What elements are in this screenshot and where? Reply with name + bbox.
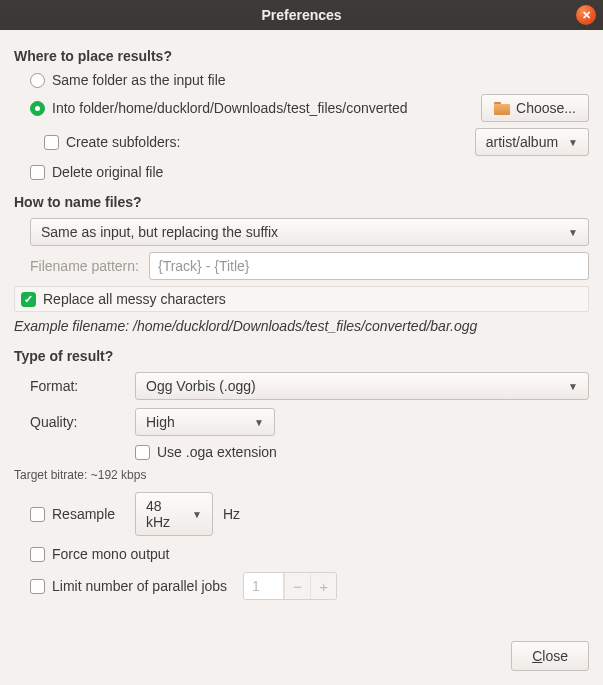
filename-pattern-label: Filename pattern: bbox=[30, 258, 139, 274]
chevron-down-icon: ▼ bbox=[568, 381, 578, 392]
quality-select[interactable]: High ▼ bbox=[135, 408, 275, 436]
subfolder-pattern-select[interactable]: artist/album ▼ bbox=[475, 128, 589, 156]
stepper-minus-button[interactable]: − bbox=[284, 573, 310, 599]
close-window-button[interactable]: ✕ bbox=[576, 5, 596, 25]
close-button-label: Close bbox=[532, 648, 568, 664]
close-button[interactable]: Close bbox=[511, 641, 589, 671]
example-filename-label: Example filename: bbox=[14, 318, 133, 334]
create-subfolders-label: Create subfolders: bbox=[66, 134, 180, 150]
chevron-down-icon: ▼ bbox=[568, 227, 578, 238]
jobs-stepper[interactable]: 1 − + bbox=[243, 572, 337, 600]
folder-icon bbox=[494, 102, 510, 115]
limit-jobs-check[interactable]: Limit number of parallel jobs bbox=[30, 578, 227, 594]
quality-value: High bbox=[146, 414, 175, 430]
format-value: Ogg Vorbis (.ogg) bbox=[146, 378, 256, 394]
window-title: Preferences bbox=[261, 7, 341, 23]
force-mono-label: Force mono output bbox=[52, 546, 170, 562]
checkbox-icon bbox=[135, 445, 150, 460]
dialog-footer: Close bbox=[511, 641, 589, 671]
chevron-down-icon: ▼ bbox=[568, 137, 578, 148]
titlebar: Preferences ✕ bbox=[0, 0, 603, 30]
resample-rate-select[interactable]: 48 kHz ▼ bbox=[135, 492, 213, 536]
checkbox-icon bbox=[30, 507, 45, 522]
create-subfolders-check[interactable]: Create subfolders: bbox=[44, 134, 180, 150]
radio-same-folder-row[interactable]: Same folder as the input file bbox=[30, 72, 589, 88]
filename-pattern-placeholder: {Track} - {Title} bbox=[158, 258, 250, 274]
choose-folder-button[interactable]: Choose... bbox=[481, 94, 589, 122]
use-oga-check[interactable]: Use .oga extension bbox=[135, 444, 277, 460]
filename-pattern-input[interactable]: {Track} - {Title} bbox=[149, 252, 589, 280]
subfolder-pattern-value: artist/album bbox=[486, 134, 558, 150]
choose-folder-label: Choose... bbox=[516, 100, 576, 116]
checkbox-icon bbox=[30, 547, 45, 562]
radio-icon bbox=[30, 101, 45, 116]
radio-icon bbox=[30, 73, 45, 88]
resample-check[interactable]: Resample bbox=[30, 506, 125, 522]
close-icon: ✕ bbox=[582, 9, 591, 22]
limit-jobs-label: Limit number of parallel jobs bbox=[52, 578, 227, 594]
delete-original-label: Delete original file bbox=[52, 164, 163, 180]
into-folder-prefix: Into folder bbox=[52, 100, 114, 116]
radio-into-folder[interactable]: Into folder /home/ducklord/Downloads/tes… bbox=[30, 100, 408, 116]
example-filename: Example filename: /home/ducklord/Downloa… bbox=[14, 318, 589, 334]
example-filename-path: /home/ducklord/Downloads/test_files/conv… bbox=[133, 318, 477, 334]
jobs-value: 1 bbox=[244, 573, 284, 599]
place-heading: Where to place results? bbox=[14, 48, 589, 64]
dialog-content: Where to place results? Same folder as t… bbox=[0, 30, 603, 618]
target-bitrate: Target bitrate: ~192 kbps bbox=[14, 468, 589, 482]
force-mono-check[interactable]: Force mono output bbox=[30, 546, 589, 562]
quality-label: Quality: bbox=[30, 414, 125, 430]
checkbox-icon bbox=[30, 579, 45, 594]
delete-original-check[interactable]: Delete original file bbox=[30, 164, 589, 180]
hz-label: Hz bbox=[223, 506, 240, 522]
naming-mode-select[interactable]: Same as input, but replacing the suffix … bbox=[30, 218, 589, 246]
into-folder-path: /home/ducklord/Downloads/test_files/conv… bbox=[114, 100, 407, 116]
replace-messy-label: Replace all messy characters bbox=[43, 291, 226, 307]
resample-rate-value: 48 kHz bbox=[146, 498, 182, 530]
stepper-plus-button[interactable]: + bbox=[310, 573, 336, 599]
format-label: Format: bbox=[30, 378, 125, 394]
chevron-down-icon: ▼ bbox=[254, 417, 264, 428]
radio-same-folder-label: Same folder as the input file bbox=[52, 72, 226, 88]
chevron-down-icon: ▼ bbox=[192, 509, 202, 520]
naming-heading: How to name files? bbox=[14, 194, 589, 210]
checkbox-icon bbox=[44, 135, 59, 150]
replace-messy-check[interactable]: ✓ Replace all messy characters bbox=[14, 286, 589, 312]
checkbox-icon: ✓ bbox=[21, 292, 36, 307]
result-heading: Type of result? bbox=[14, 348, 589, 364]
resample-label: Resample bbox=[52, 506, 115, 522]
radio-into-folder-row: Into folder /home/ducklord/Downloads/tes… bbox=[30, 94, 589, 122]
checkbox-icon bbox=[30, 165, 45, 180]
format-select[interactable]: Ogg Vorbis (.ogg) ▼ bbox=[135, 372, 589, 400]
use-oga-label: Use .oga extension bbox=[157, 444, 277, 460]
naming-mode-value: Same as input, but replacing the suffix bbox=[41, 224, 278, 240]
